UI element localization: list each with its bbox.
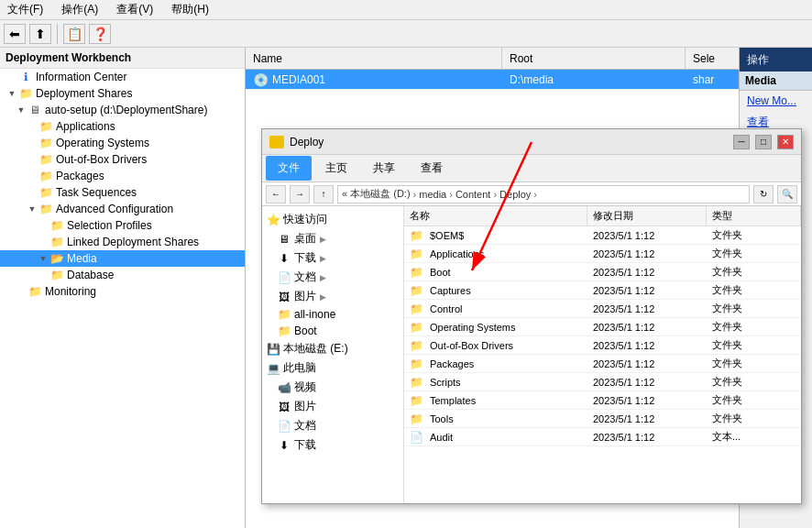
fe-file-row-3[interactable]: 📁Captures2023/5/1 1:12文件夹 [404,281,801,300]
toolbar-help[interactable]: ❓ [89,24,111,44]
toolbar-back[interactable]: ⬅ [4,24,26,44]
tree-item-12[interactable]: 📁Database [0,267,245,283]
fe-file-name-text-3: Captures [430,285,471,296]
fe-file-name-text-6: Out-of-Box Drivers [430,340,513,351]
fe-file-type-3: 文件夹 [707,283,801,297]
fe-tree-downloads2[interactable]: ⬇ 下载 [262,435,403,455]
fe-tree-computer[interactable]: 💻 此电脑 [262,358,403,378]
tree-item-1[interactable]: ▼📁Deployment Shares [0,85,245,102]
fe-file-row-5[interactable]: 📁Operating Systems2023/5/1 1:12文件夹 [404,318,801,336]
fe-tab-share[interactable]: 共享 [361,156,407,181]
fe-file-name-text-0: $OEM$ [430,230,464,241]
fe-maximize-btn[interactable]: □ [755,135,772,149]
fe-file-row-9[interactable]: 📁Templates2023/5/1 1:12文件夹 [404,391,801,410]
tree-item-9[interactable]: 📁Selection Profiles [0,217,245,234]
table-row[interactable]: 💿 MEDIA001 D:\media shar [246,70,812,90]
tree-item-13[interactable]: 📁Monitoring [0,283,245,300]
toolbar-up[interactable]: ⬆ [29,24,51,44]
fe-file-row-2[interactable]: 📁Boot2023/5/1 1:12文件夹 [404,263,801,281]
tree-item-3[interactable]: 📁Applications [0,118,245,135]
fe-nav-up[interactable]: ↑ [313,185,334,204]
fe-file-row-6[interactable]: 📁Out-of-Box Drivers2023/5/1 1:12文件夹 [404,336,801,355]
fe-file-name-text-5: Operating Systems [430,322,516,333]
fe-file-row-1[interactable]: 📁Applications2023/5/1 1:12文件夹 [404,245,801,263]
fe-tree-quick-access[interactable]: ⭐ 快速访问 [262,210,403,229]
fe-address-box[interactable]: « 本地磁盘 (D:) › media › Content › Deploy › [337,185,750,204]
fe-file-name-9: 📁Templates [404,394,587,407]
tree-icon-10: 📁 [49,236,64,248]
tree-item-4[interactable]: 📁Operating Systems [0,135,245,151]
fe-close-btn[interactable]: ✕ [777,135,794,149]
fe-file-row-0[interactable]: 📁$OEM$2023/5/1 1:12文件夹 [404,226,801,245]
fe-tree-edrive[interactable]: 💾 本地磁盘 (E:) [262,339,403,358]
col-header-root[interactable]: Root [502,48,686,69]
fe-col-date[interactable]: 修改日期 [587,206,707,226]
fe-tree-videos[interactable]: 📹 视频 [262,378,403,397]
fe-tree-downloads[interactable]: ⬇ 下载 ▶ [262,248,403,268]
tree-label-6: Packages [56,170,104,182]
fe-allinone-label: all-inone [294,308,335,321]
tree-icon-7: 📁 [38,186,53,199]
tree-item-7[interactable]: 📁Task Sequences [0,184,245,201]
fe-file-icon-3: 📁 [410,284,423,297]
fe-tree-docs[interactable]: 📄 文档 ▶ [262,268,403,287]
fe-file-row-4[interactable]: 📁Control2023/5/1 1:12文件夹 [404,300,801,318]
tree-item-10[interactable]: 📁Linked Deployment Shares [0,234,245,250]
menu-action[interactable]: 操作(A) [58,0,102,19]
fe-file-row-7[interactable]: 📁Packages2023/5/1 1:12文件夹 [404,355,801,373]
cell-name-text: MEDIA001 [272,73,325,86]
main-toolbar: ⬅ ⬆ 📋 ❓ [0,20,812,48]
fe-file-name-5: 📁Operating Systems [404,321,587,334]
tree-icon-2: 🖥 [27,104,42,116]
fe-tree-pictures2[interactable]: 🖼 图片 [262,397,403,416]
fe-col-name[interactable]: 名称 [404,206,587,226]
tree-icon-1: 📁 [18,87,33,100]
fe-tree-boot[interactable]: 📁 Boot [262,323,403,339]
fe-tab-file[interactable]: 文件 [266,156,312,181]
fe-addr-sep1: › [413,189,417,200]
fe-tab-home[interactable]: 主页 [313,156,359,181]
fe-addr-deploy: Deploy [499,189,531,200]
fe-tree-desktop[interactable]: 🖥 桌面 ▶ [262,229,403,248]
tree-item-0[interactable]: ℹInformation Center [0,69,245,85]
file-explorer: Deploy ─ □ ✕ 文件 主页 共享 查看 ← → ↑ « 本地磁盘 (D… [261,128,802,504]
tree-item-8[interactable]: ▼📁Advanced Configuration [0,201,245,217]
fe-nav-back[interactable]: ← [266,185,286,204]
tree-item-5[interactable]: 📁Out-of-Box Drivers [0,151,245,168]
fe-file-row-8[interactable]: 📁Scripts2023/5/1 1:12文件夹 [404,373,801,391]
fe-col-type[interactable]: 类型 [707,206,801,226]
fe-file-type-1: 文件夹 [707,247,801,260]
fe-refresh-btn[interactable]: ↻ [753,185,774,204]
tree-label-10: Linked Deployment Shares [67,236,199,248]
fe-file-row-10[interactable]: 📁Tools2023/5/1 1:12文件夹 [404,410,801,428]
menu-help[interactable]: 帮助(H) [168,0,213,19]
tree-label-3: Applications [56,120,115,133]
fe-pictures-arrow: ▶ [320,292,326,302]
menu-view[interactable]: 查看(V) [113,0,157,19]
fe-file-icon-7: 📁 [410,358,423,370]
fe-edrive-icon: 💾 [266,343,280,356]
fe-file-name-text-8: Scripts [430,377,461,388]
fe-titlebar: Deploy ─ □ ✕ [262,129,801,155]
tree-item-6[interactable]: 📁Packages [0,168,245,184]
action-new[interactable]: New Mo... [740,91,812,111]
fe-search-btn[interactable]: 🔍 [777,185,797,204]
menu-file[interactable]: 文件(F) [4,0,47,19]
fe-tree-docs2[interactable]: 📄 文档 [262,416,403,435]
toolbar-action[interactable]: 📋 [63,24,85,44]
fe-file-row-11[interactable]: 📄Audit2023/5/1 1:12文本... [404,428,801,446]
tree-item-2[interactable]: ▼🖥auto-setup (d:\DeploymentShare) [0,102,245,118]
fe-minimize-btn[interactable]: ─ [733,135,750,149]
col-header-name[interactable]: Name [246,48,502,69]
fe-file-type-0: 文件夹 [707,228,801,242]
fe-nav-forward[interactable]: → [290,185,310,204]
fe-pictures-icon: 🖼 [277,291,291,303]
fe-file-type-2: 文件夹 [707,265,801,279]
tree-icon-11: 📂 [49,252,64,265]
fe-tree-pictures[interactable]: 🖼 图片 ▶ [262,287,403,306]
tree-arrow-2: ▼ [15,105,27,115]
fe-file-list: 名称 修改日期 类型 📁$OEM$2023/5/1 1:12文件夹📁Applic… [404,206,801,503]
fe-tree-allinone[interactable]: 📁 all-inone [262,306,403,323]
tree-item-11[interactable]: ▼📂Media [0,250,245,267]
fe-tab-view[interactable]: 查看 [409,156,455,181]
